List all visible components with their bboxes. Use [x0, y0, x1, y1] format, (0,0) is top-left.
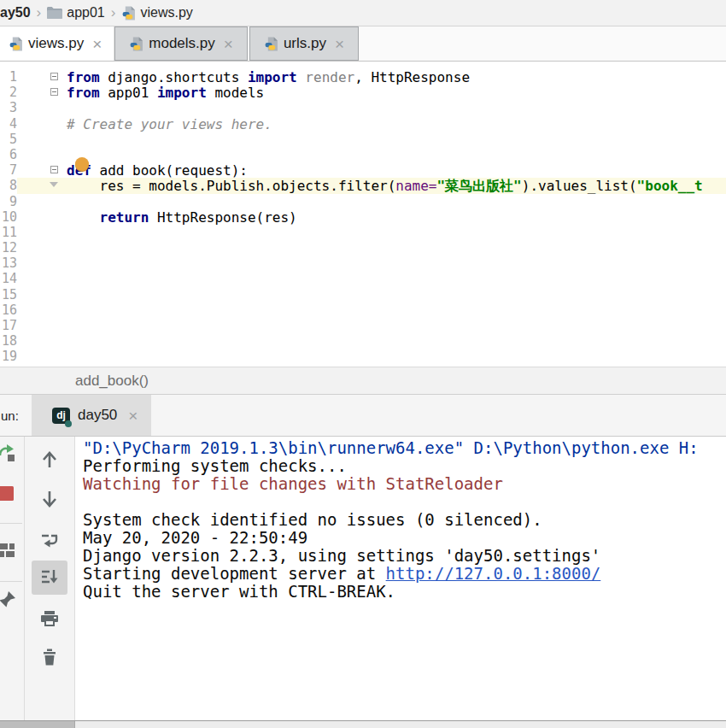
breadcrumb-item-file[interactable]: views.py	[140, 5, 192, 21]
editor-line: 5	[0, 132, 726, 147]
breadcrumb-item-project[interactable]: ay50	[0, 5, 31, 21]
editor-line: 15	[0, 287, 726, 302]
editor-line: 6	[0, 147, 726, 162]
fold-marker-icon[interactable]	[50, 166, 58, 173]
editor-line: 8 res = models.Publish.objects.filter(na…	[0, 178, 726, 193]
toolbar-separator	[0, 523, 22, 524]
console-line	[83, 493, 726, 511]
editor-line: 2from app01 import models	[0, 85, 726, 100]
tab-label: urls.py	[284, 35, 326, 52]
tab-urls-py[interactable]: urls.py ×	[249, 26, 359, 61]
structure-bar: add_book()	[0, 367, 726, 395]
line-number: 6	[0, 147, 17, 162]
console-line: System check identified no issues (0 sil…	[83, 511, 726, 529]
editor-line: 10 return HttpResponse(res)	[0, 209, 726, 225]
fold-marker-icon[interactable]	[50, 88, 58, 96]
line-number: 12	[0, 240, 17, 255]
line-number: 19	[0, 349, 17, 364]
running-status-dot	[65, 420, 72, 427]
editor-line: 4# Create your views here.	[0, 116, 726, 132]
line-number: 2	[0, 85, 17, 100]
run-console-output[interactable]: "D:\PyCharm 2019.1.3\bin\runnerw64.exe" …	[75, 437, 726, 720]
console-line: Starting development server at http://12…	[83, 565, 726, 583]
line-number: 4	[0, 116, 17, 132]
line-number: 5	[0, 132, 17, 147]
line-number: 18	[0, 333, 17, 349]
line-number: 9	[0, 194, 17, 209]
console-line: Performing system checks...	[83, 457, 726, 475]
close-icon[interactable]: ×	[224, 36, 233, 52]
editor-line: 1from django.shortcuts import render, Ht…	[0, 69, 726, 85]
editor-line: 7def add_book(request):	[0, 162, 726, 178]
line-number: 10	[0, 209, 17, 225]
editor-line: 17	[0, 318, 726, 333]
editor-tab-bar: views.py × models.py × url	[0, 26, 726, 62]
pin-tab-button[interactable]	[0, 589, 17, 609]
line-number: 13	[0, 255, 17, 271]
line-number: 1	[0, 69, 17, 85]
run-panel-title: un:	[1, 408, 32, 423]
line-number: 3	[0, 100, 17, 115]
editor-line: 11	[0, 225, 726, 240]
python-file-icon	[121, 6, 136, 21]
rerun-button[interactable]	[0, 443, 17, 463]
tab-views-py[interactable]: views.py ×	[0, 26, 114, 61]
django-icon: dj	[52, 408, 70, 424]
run-panel: "D:\PyCharm 2019.1.3\bin\runnerw64.exe" …	[0, 437, 726, 720]
breadcrumb: ay50 › app01 › views.py	[0, 0, 726, 26]
server-url-link[interactable]: http://127.0.0.1:8000/	[386, 564, 601, 583]
editor-line: 9	[0, 194, 726, 209]
print-button[interactable]	[39, 608, 60, 629]
toolbar-separator	[0, 581, 22, 582]
folder-icon	[47, 7, 62, 19]
soft-wrap-button[interactable]	[39, 530, 60, 550]
editor-line: 19	[0, 349, 726, 364]
up-stacktrace-button[interactable]	[39, 449, 60, 470]
editor-line: 3	[0, 100, 726, 115]
scrollbar-thumb[interactable]	[0, 721, 75, 728]
close-icon[interactable]: ×	[335, 36, 344, 52]
run-tab-day50[interactable]: dj day50 ×	[32, 395, 151, 436]
line-number: 11	[0, 225, 17, 240]
run-panel-header: un: dj day50 ×	[0, 395, 726, 437]
clear-all-button[interactable]	[39, 647, 60, 667]
console-line: Quit the server with CTRL-BREAK.	[83, 583, 726, 601]
intention-bulb-icon[interactable]	[75, 157, 89, 171]
python-file-icon	[264, 37, 278, 51]
chevron-right-icon: ›	[35, 4, 44, 21]
stop-button[interactable]	[0, 484, 15, 502]
fold-marker-icon[interactable]	[50, 73, 58, 80]
editor-line: 13	[0, 255, 726, 271]
editor-line: 12	[0, 240, 726, 255]
python-file-icon	[129, 37, 143, 51]
breadcrumb-item-app01[interactable]: app01	[67, 5, 105, 21]
line-number: 7	[0, 162, 17, 178]
run-toolbar-console	[25, 437, 75, 720]
editor-line: 18	[0, 333, 726, 349]
line-number: 16	[0, 302, 17, 318]
editor-line: 16	[0, 302, 726, 318]
python-file-icon	[9, 37, 23, 51]
tab-label: views.py	[28, 35, 84, 52]
down-stacktrace-button[interactable]	[39, 489, 60, 509]
run-toolbar-left	[0, 437, 25, 720]
run-tab-label: day50	[78, 407, 117, 424]
line-number: 14	[0, 271, 17, 286]
tab-models-py[interactable]: models.py ×	[114, 26, 248, 61]
tab-label: models.py	[149, 35, 214, 52]
close-icon[interactable]: ×	[92, 36, 102, 52]
code-editor[interactable]: 1from django.shortcuts import render, Ht…	[0, 62, 726, 367]
editor-line: 14	[0, 271, 726, 286]
horizontal-scrollbar[interactable]	[0, 720, 726, 728]
console-line: Django version 2.2.3, using settings 'da…	[83, 547, 726, 565]
restore-layout-button[interactable]	[0, 540, 17, 561]
pycharm-window: ay50 › app01 › views.py	[0, 0, 726, 728]
scrollbar-track[interactable]	[75, 721, 726, 728]
scroll-to-end-button[interactable]	[39, 567, 60, 588]
console-line: "D:\PyCharm 2019.1.3\bin\runnerw64.exe" …	[83, 439, 726, 457]
fold-marker-icon[interactable]	[50, 182, 58, 187]
console-line: Watching for file changes with StatReloa…	[83, 475, 726, 493]
chevron-right-icon: ›	[109, 4, 118, 21]
close-icon[interactable]: ×	[128, 408, 138, 424]
current-function-label[interactable]: add_book()	[75, 373, 149, 390]
